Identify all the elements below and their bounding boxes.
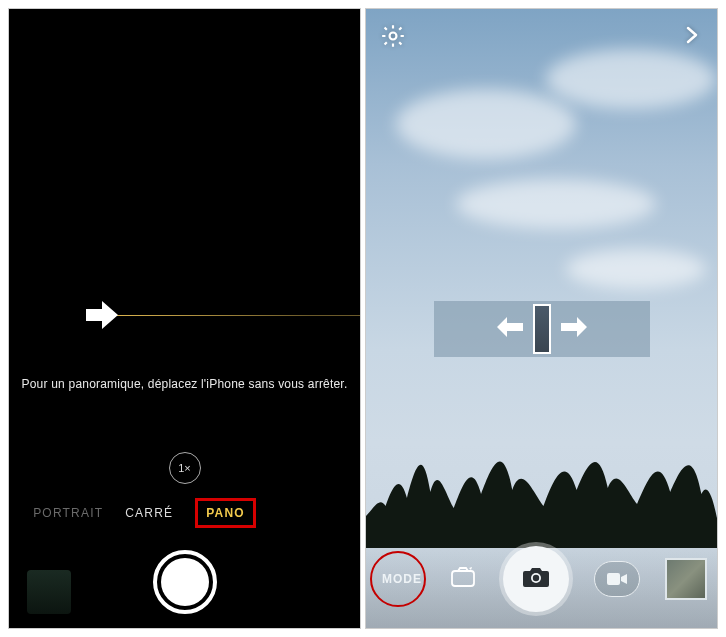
sky-cloud [546, 49, 716, 109]
sky-cloud [566, 249, 706, 289]
mode-portrait[interactable]: PORTRAIT [33, 506, 103, 520]
zoom-button[interactable]: 1× [169, 452, 201, 484]
settings-icon[interactable] [380, 23, 406, 53]
pano-arrow-icon [84, 299, 120, 335]
android-camera-screen: MODE [365, 8, 718, 629]
camera-mode-selector[interactable]: PORTRAIT CARRÉ PANO [9, 498, 360, 528]
shutter-row [9, 550, 360, 614]
iphone-camera-screen: Pour un panoramique, déplacez l'iPhone s… [8, 8, 361, 629]
mode-square[interactable]: CARRÉ [125, 506, 173, 520]
arrow-right-icon [559, 315, 589, 343]
svg-rect-4 [607, 573, 620, 585]
mode-pano[interactable]: PANO [195, 498, 256, 528]
top-bar [366, 23, 717, 53]
pano-direction-guide [434, 301, 650, 357]
sky-cloud [456, 179, 656, 229]
camera-icon [521, 564, 551, 594]
pano-guideline [109, 315, 360, 316]
switch-camera-icon[interactable] [449, 565, 477, 593]
shutter-inner [161, 558, 209, 606]
sky-cloud [396, 89, 576, 159]
svg-point-3 [532, 575, 538, 581]
shutter-button[interactable] [503, 546, 569, 612]
svg-rect-1 [452, 571, 474, 586]
pano-track [9, 315, 360, 317]
bottom-toolbar: MODE [366, 538, 717, 628]
arrow-left-icon [495, 315, 525, 343]
mode-button-label: MODE [382, 572, 422, 586]
shutter-button[interactable] [153, 550, 217, 614]
svg-point-0 [390, 33, 397, 40]
video-button[interactable] [594, 561, 640, 597]
mode-button[interactable]: MODE [376, 558, 428, 600]
chevron-right-icon[interactable] [679, 23, 703, 53]
pano-instruction-text: Pour un panoramique, déplacez l'iPhone s… [9, 377, 360, 391]
zoom-label: 1× [178, 462, 191, 474]
viewfinder-foreground [366, 398, 717, 548]
last-photo-thumbnail[interactable] [27, 570, 71, 614]
gallery-thumbnail[interactable] [665, 558, 707, 600]
pano-preview-slit [533, 304, 551, 354]
